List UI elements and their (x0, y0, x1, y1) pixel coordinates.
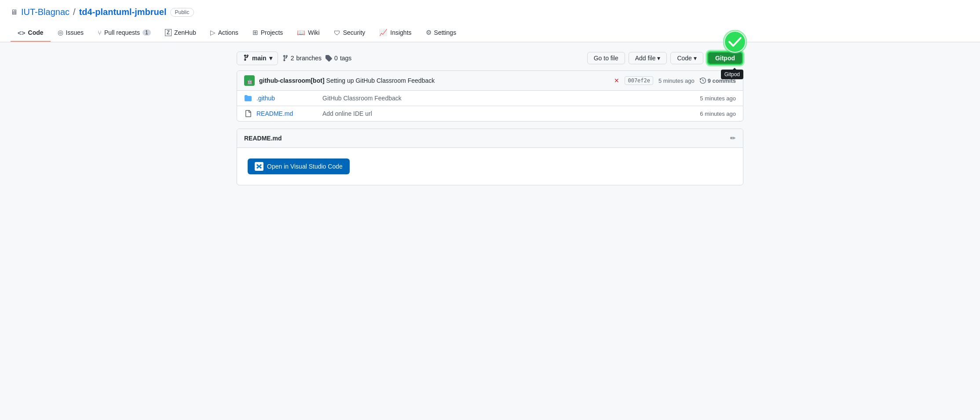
go-to-file-button[interactable]: Go to file (587, 52, 625, 64)
gitpod-tooltip: Gitpod (721, 70, 743, 79)
file-table: 🤖 github-classroom[bot] Setting up GitHu… (237, 70, 743, 122)
nav-insights-label: Insights (390, 29, 411, 36)
nav-item-insights[interactable]: 📈 Insights (372, 24, 418, 42)
current-branch-label: main (252, 55, 267, 62)
commit-status-icon: ✕ (614, 77, 619, 84)
file-icon (244, 110, 252, 118)
gitpod-checkmark-icon (723, 30, 747, 54)
pr-badge: 1 (143, 29, 151, 36)
readme-header: README.md ✏ (237, 129, 743, 148)
file-time-readme: 6 minutes ago (683, 111, 736, 117)
file-row-readme: README.md Add online IDE url 6 minutes a… (237, 106, 743, 121)
branch-bar-left: main ▾ 2 branches 0 tags (237, 52, 351, 65)
branch-bar: main ▾ 2 branches 0 tags (237, 51, 743, 65)
nav-item-code[interactable]: <> Code (11, 25, 51, 42)
vscode-btn-label: Open in Visual Studio Code (267, 163, 343, 170)
nav-wiki-label: Wiki (308, 29, 319, 36)
svg-text:🤖: 🤖 (247, 78, 253, 85)
nav-list: <> Code ◎ Issues ⑂ Pull requests 1 Z Zen… (11, 24, 969, 42)
commit-author[interactable]: github-classroom[bot] (259, 77, 325, 84)
nav-item-wiki[interactable]: 📖 Wiki (290, 24, 326, 42)
repo-separator: / (73, 7, 76, 17)
nav-item-projects[interactable]: ⊞ Projects (245, 24, 290, 42)
branch-bar-right: Go to file Add file ▾ Code ▾ (587, 51, 743, 65)
main-content: main ▾ 2 branches 0 tags (226, 42, 754, 194)
readme-title: README.md (244, 135, 282, 142)
commit-row: 🤖 github-classroom[bot] Setting up GitHu… (237, 71, 743, 91)
nav-item-actions[interactable]: ▷ Actions (203, 24, 245, 42)
branch-selector[interactable]: main ▾ (237, 52, 278, 65)
commit-info: github-classroom[bot] Setting up GitHub … (259, 77, 610, 84)
bot-avatar: 🤖 (244, 75, 255, 86)
monitor-icon: 🖥 (11, 8, 18, 16)
commit-right: ✕ 007ef2e 5 minutes ago 9 commits (614, 76, 736, 85)
pull-requests-icon: ⑂ (98, 29, 102, 37)
tag-count-link[interactable]: 0 tags (325, 55, 351, 62)
nav-item-security[interactable]: 🛡 Security (327, 25, 373, 42)
file-commit-msg-readme: Add online IDE url (314, 110, 679, 117)
projects-icon: ⊞ (252, 29, 258, 37)
tags-label: tags (340, 55, 351, 62)
nav-code-label: Code (28, 29, 44, 36)
file-time-github: 5 minutes ago (683, 95, 736, 102)
page-wrapper: 🖥 IUT-Blagnac / td4-plantuml-jmbruel Pub… (0, 0, 980, 420)
repo-header: 🖥 IUT-Blagnac / td4-plantuml-jmbruel Pub… (0, 0, 980, 42)
zenhub-icon: Z (165, 29, 172, 36)
branch-dropdown-icon: ▾ (269, 55, 272, 62)
nav-issues-label: Issues (66, 29, 84, 36)
tag-count: 0 (334, 55, 338, 62)
readme-body: Open in Visual Studio Code (237, 148, 743, 185)
insights-icon: 📈 (379, 29, 388, 37)
issues-icon: ◎ (58, 29, 63, 37)
edit-icon[interactable]: ✏ (730, 134, 736, 142)
code-button[interactable]: Code ▾ (670, 52, 703, 64)
branches-label: branches (296, 55, 322, 62)
nav-item-zenhub[interactable]: Z ZenHub (158, 25, 203, 41)
nav-item-pull-requests[interactable]: ⑂ Pull requests 1 (91, 25, 158, 42)
nav-item-issues[interactable]: ◎ Issues (51, 24, 91, 42)
add-file-button[interactable]: Add file ▾ (629, 52, 667, 64)
repo-owner-link[interactable]: IUT-Blagnac (21, 7, 69, 17)
branch-selector-icon (242, 54, 249, 63)
file-commit-msg-github: GitHub Classroom Feedback (314, 95, 679, 102)
code-dropdown-icon: ▾ (694, 55, 697, 62)
repo-nav: <> Code ◎ Issues ⑂ Pull requests 1 Z Zen… (11, 24, 969, 42)
branch-count: 2 (291, 55, 294, 62)
nav-actions-label: Actions (218, 29, 238, 36)
file-row-github: .github GitHub Classroom Feedback 5 minu… (237, 91, 743, 106)
vscode-icon-box (255, 162, 263, 171)
nav-zenhub-label: ZenHub (174, 29, 196, 36)
settings-icon: ⚙ (426, 29, 431, 37)
nav-item-settings[interactable]: ⚙ Settings (419, 24, 464, 42)
commit-hash[interactable]: 007ef2e (625, 76, 653, 85)
svg-point-0 (724, 31, 746, 52)
add-file-dropdown-icon: ▾ (657, 55, 660, 62)
nav-projects-label: Projects (261, 29, 283, 36)
readme-section: README.md ✏ Open in Visual Studio Code (237, 129, 743, 185)
security-icon: 🛡 (334, 29, 340, 37)
visibility-badge: Public (170, 8, 194, 17)
file-name-github[interactable]: .github (256, 95, 309, 102)
file-name-readme[interactable]: README.md (256, 110, 309, 117)
nav-security-label: Security (343, 29, 366, 36)
nav-settings-label: Settings (434, 29, 457, 36)
code-button-label: Code (677, 55, 691, 62)
branch-count-link[interactable]: 2 branches (282, 55, 322, 62)
repo-title-row: 🖥 IUT-Blagnac / td4-plantuml-jmbruel Pub… (11, 7, 969, 19)
gitpod-wrapper: Gitpod Gitpod (707, 51, 743, 65)
actions-icon: ▷ (210, 29, 216, 37)
repo-name-link[interactable]: td4-plantuml-jmbruel (79, 7, 167, 17)
nav-pr-label: Pull requests (104, 29, 140, 36)
commit-message: Setting up GitHub Classroom Feedback (326, 77, 435, 84)
commit-time: 5 minutes ago (658, 77, 695, 84)
add-file-label: Add file (635, 55, 656, 62)
code-icon: <> (18, 29, 26, 37)
folder-icon (244, 94, 252, 102)
open-vscode-button[interactable]: Open in Visual Studio Code (248, 158, 350, 174)
wiki-icon: 📖 (297, 29, 305, 37)
